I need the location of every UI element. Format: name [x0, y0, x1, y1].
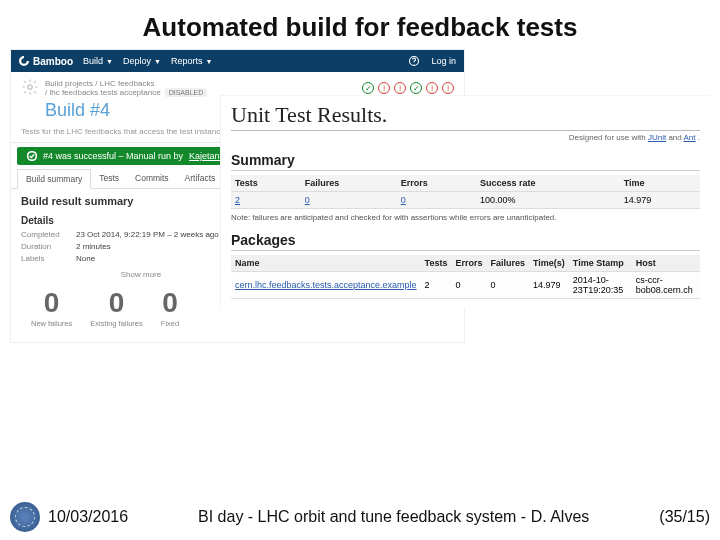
duration-value: 2 minutes: [76, 242, 111, 251]
disabled-badge: DISABLED: [165, 88, 208, 97]
gear-icon[interactable]: [21, 78, 39, 98]
pkg-col-time: Time(s): [529, 255, 569, 272]
breadcrumb-line2: / lhc feedbacks tests acceptance: [45, 88, 161, 97]
utr-and: and: [668, 133, 683, 142]
utr-period: .: [698, 133, 700, 142]
chevron-down-icon: ▼: [205, 58, 212, 65]
pkg-tests: 2: [421, 272, 452, 299]
utr-subtitle: Designed for use with JUnit and Ant .: [231, 133, 700, 142]
packages-table: Name Tests Errors Failures Time(s) Time …: [231, 255, 700, 299]
chevron-down-icon: ▼: [154, 58, 161, 65]
utr-title: Unit Test Results.: [231, 102, 700, 131]
stat-new-failures-count: 0: [31, 287, 72, 319]
success-text: #4 was successful – Manual run by: [43, 151, 183, 161]
tab-commits[interactable]: Commits: [127, 169, 177, 188]
pkg-failures: 0: [486, 272, 529, 299]
help-icon[interactable]: [407, 54, 421, 68]
stat-new-failures-label: New failures: [31, 319, 72, 328]
footer-page-number: (35/15): [659, 508, 710, 526]
col-time: Time: [620, 175, 700, 192]
status-pass-icon[interactable]: ✓: [410, 82, 422, 94]
col-success-rate: Success rate: [476, 175, 620, 192]
stat-existing-failures-count: 0: [90, 287, 143, 319]
pkg-col-name: Name: [231, 255, 421, 272]
menu-build[interactable]: Build▼: [83, 56, 113, 66]
status-fail-icon[interactable]: !: [442, 82, 454, 94]
breadcrumb-line1: Build projects / LHC feedbacks: [45, 79, 207, 88]
cern-logo: [10, 502, 40, 532]
labels-value: None: [76, 254, 95, 263]
unit-test-results-panel: Unit Test Results. Designed for use with…: [220, 95, 710, 309]
menu-reports-label: Reports: [171, 56, 203, 66]
duration-label: Duration: [21, 242, 76, 251]
bamboo-top-nav: Bamboo Build▼ Deploy▼ Reports▼ Log in: [11, 50, 464, 72]
summary-errors-link[interactable]: 0: [401, 195, 406, 205]
breadcrumb[interactable]: Build projects / LHC feedbacks / lhc fee…: [45, 79, 207, 97]
summary-table: Tests Failures Errors Success rate Time …: [231, 175, 700, 209]
status-pass-icon[interactable]: ✓: [362, 82, 374, 94]
pkg-errors: 0: [451, 272, 486, 299]
chevron-down-icon: ▼: [106, 58, 113, 65]
packages-heading: Packages: [231, 232, 700, 251]
pkg-col-stamp: Time Stamp: [569, 255, 632, 272]
tab-artifacts[interactable]: Artifacts: [177, 169, 224, 188]
stat-fixed-label: Fixed: [161, 319, 179, 328]
summary-rate: 100.00%: [476, 192, 620, 209]
summary-tests-link[interactable]: 2: [235, 195, 240, 205]
tab-build-summary[interactable]: Build summary: [17, 169, 91, 189]
col-errors: Errors: [397, 175, 476, 192]
summary-note: Note: failures are anticipated and check…: [231, 213, 700, 222]
summary-time: 14.979: [620, 192, 700, 209]
utr-designed-label: Designed for use with: [569, 133, 648, 142]
menu-build-label: Build: [83, 56, 103, 66]
status-fail-icon[interactable]: !: [394, 82, 406, 94]
completed-value: 23 Oct 2014, 9:22:19 PM – 2 weeks ago: [76, 230, 219, 239]
check-icon: [27, 151, 37, 161]
stat-existing-failures-label: Existing failures: [90, 319, 143, 328]
status-fail-icon[interactable]: !: [378, 82, 390, 94]
pkg-host: cs-ccr-bob08.cern.ch: [632, 272, 700, 299]
pkg-col-errors: Errors: [451, 255, 486, 272]
menu-deploy[interactable]: Deploy▼: [123, 56, 161, 66]
status-icons: ✓ ! ! ✓ ! !: [362, 82, 454, 94]
labels-label: Labels: [21, 254, 76, 263]
status-fail-icon[interactable]: !: [426, 82, 438, 94]
pkg-time: 14.979: [529, 272, 569, 299]
menu-deploy-label: Deploy: [123, 56, 151, 66]
footer-date: 10/03/2016: [48, 508, 128, 526]
completed-label: Completed: [21, 230, 76, 239]
summary-failures-link[interactable]: 0: [305, 195, 310, 205]
bamboo-brand[interactable]: Bamboo: [19, 56, 73, 67]
login-link[interactable]: Log in: [431, 56, 456, 66]
pkg-col-failures: Failures: [486, 255, 529, 272]
slide-footer: 10/03/2016 BI day - LHC orbit and tune f…: [0, 502, 720, 532]
col-failures: Failures: [301, 175, 397, 192]
stat-fixed-count: 0: [161, 287, 179, 319]
menu-reports[interactable]: Reports▼: [171, 56, 212, 66]
svg-point-1: [28, 85, 33, 90]
col-tests: Tests: [231, 175, 301, 192]
junit-link[interactable]: JUnit: [648, 133, 666, 142]
summary-heading: Summary: [231, 152, 700, 171]
ant-link[interactable]: Ant: [684, 133, 696, 142]
bamboo-brand-text: Bamboo: [33, 56, 73, 67]
footer-title: BI day - LHC orbit and tune feedback sys…: [128, 508, 659, 526]
pkg-name-link[interactable]: cern.lhc.feedbacks.tests.acceptance.exam…: [235, 280, 417, 290]
pkg-col-tests: Tests: [421, 255, 452, 272]
pkg-col-host: Host: [632, 255, 700, 272]
slide-title: Automated build for feedback tests: [0, 0, 720, 49]
pkg-stamp: 2014-10-23T19:20:35: [569, 272, 632, 299]
tab-tests[interactable]: Tests: [91, 169, 127, 188]
